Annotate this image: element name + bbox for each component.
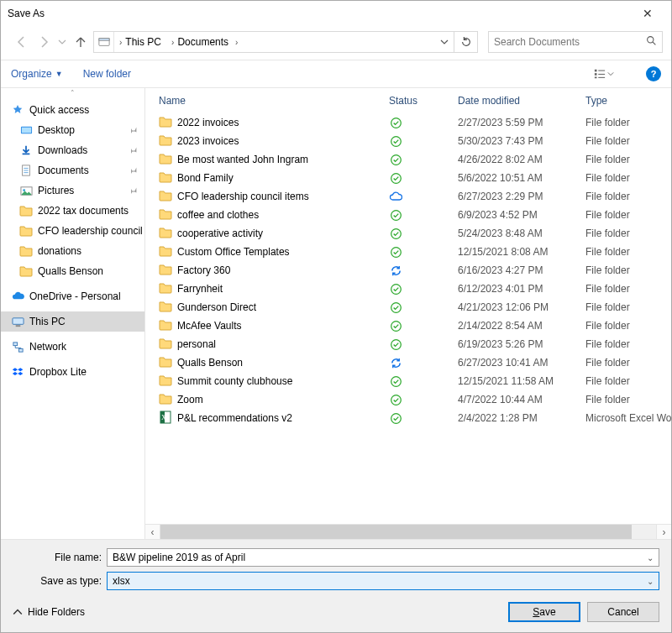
up-button[interactable] xyxy=(71,33,90,51)
folder-icon xyxy=(159,226,172,242)
breadcrumb-segment[interactable]: › This PC xyxy=(114,32,166,52)
file-type: File folder xyxy=(585,246,671,258)
status-icon xyxy=(389,264,402,277)
cancel-button[interactable]: Cancel xyxy=(587,602,659,622)
help-button[interactable]: ? xyxy=(646,66,661,81)
scroll-right-icon[interactable]: › xyxy=(656,525,671,539)
col-status[interactable]: Status xyxy=(389,95,458,107)
svg-rect-19 xyxy=(12,317,23,324)
sidebar-item[interactable]: Pictures xyxy=(1,180,144,201)
excel-icon: X xyxy=(159,411,172,426)
file-type: File folder xyxy=(585,301,671,313)
file-row[interactable]: Bond Family5/6/2022 10:51 AMFile folder xyxy=(145,169,671,187)
sidebar-network[interactable]: Network xyxy=(1,337,144,357)
star-icon xyxy=(11,103,24,117)
folder-icon xyxy=(159,281,172,297)
back-button[interactable] xyxy=(13,33,31,51)
file-type: File folder xyxy=(585,320,671,332)
status-icon xyxy=(389,116,402,129)
refresh-button[interactable] xyxy=(454,31,478,53)
file-row[interactable]: Factory 3606/16/2023 4:27 PMFile folder xyxy=(145,261,671,280)
status-icon xyxy=(389,374,402,388)
col-name[interactable]: Name xyxy=(159,95,389,107)
save-button[interactable]: Save xyxy=(508,602,580,622)
sidebar-item-label: Downloads xyxy=(38,144,87,156)
sidebar-item[interactable]: Qualls Benson xyxy=(1,261,144,281)
cancel-label: Cancel xyxy=(607,606,638,618)
folder-icon xyxy=(159,337,172,353)
file-row[interactable]: CFO leadership council items6/27/2023 2:… xyxy=(145,187,671,206)
file-type: File folder xyxy=(585,338,671,350)
file-type: File folder xyxy=(585,135,671,147)
chevron-down-icon: ▼ xyxy=(55,70,63,78)
organize-button[interactable]: Organize ▼ xyxy=(11,68,63,80)
save-as-type-select[interactable]: xlsx ⌄ xyxy=(107,572,659,590)
file-row[interactable]: Be most wanted John Ingram4/26/2022 8:02… xyxy=(145,150,671,169)
folder-icon xyxy=(159,133,172,149)
sidebar-quick-access[interactable]: Quick access xyxy=(1,100,144,120)
pin-icon xyxy=(129,145,138,156)
file-row[interactable]: XP&L recommendations v22/4/2022 1:28 PMM… xyxy=(145,409,671,427)
svg-rect-4 xyxy=(595,70,597,72)
file-row[interactable]: 2023 invoices5/30/2023 7:43 PMFile folde… xyxy=(145,132,671,150)
address-bar[interactable]: › This PC › Documents › xyxy=(93,31,454,53)
chevron-down-icon[interactable]: ⌄ xyxy=(647,577,654,586)
hide-folders-button[interactable]: Hide Folders xyxy=(13,606,85,618)
sidebar-item-icon xyxy=(19,123,33,137)
filename-input[interactable]: B&W pipeline 2019 as of April ⌄ xyxy=(107,548,659,567)
sidebar-this-pc[interactable]: This PC xyxy=(1,311,144,332)
status-icon xyxy=(389,411,402,425)
search-input[interactable]: Search Documents xyxy=(488,31,663,53)
sidebar-item-label: This PC xyxy=(29,316,66,327)
file-row[interactable]: 2022 invoices2/27/2023 5:59 PMFile folde… xyxy=(145,113,671,132)
sidebar-item[interactable]: donations xyxy=(1,241,144,261)
recent-locations-button[interactable] xyxy=(56,33,68,51)
sidebar-item[interactable]: 2022 tax documents xyxy=(1,201,144,221)
file-row[interactable]: McAfee Vaults2/14/2022 8:54 AMFile folde… xyxy=(145,316,671,335)
status-icon xyxy=(389,301,402,314)
file-row[interactable]: Qualls Benson6/27/2023 10:41 AMFile fold… xyxy=(145,353,671,372)
svg-line-3 xyxy=(653,42,655,44)
scroll-thumb[interactable] xyxy=(160,525,632,539)
col-type[interactable]: Type xyxy=(585,95,671,107)
svg-rect-12 xyxy=(23,154,30,155)
col-date[interactable]: Date modified xyxy=(458,95,585,107)
filename-label: File name: xyxy=(13,552,107,563)
network-icon xyxy=(11,340,24,353)
sidebar-item[interactable]: CFO leadership council items xyxy=(1,221,144,241)
file-row[interactable]: Custom Office Templates12/15/2021 8:08 A… xyxy=(145,243,671,261)
save-as-type-label: Save as type: xyxy=(13,575,107,587)
sidebar-item[interactable]: Downloads xyxy=(1,140,144,160)
chevron-down-icon[interactable]: ⌄ xyxy=(647,553,654,562)
chevron-up-icon[interactable]: ˄ xyxy=(1,88,144,98)
close-button[interactable]: ✕ xyxy=(631,7,664,20)
file-row[interactable]: personal6/19/2023 5:26 PMFile folder xyxy=(145,335,671,353)
sidebar-item-icon xyxy=(19,144,33,157)
breadcrumb-segment[interactable]: › Documents xyxy=(166,32,234,52)
scroll-left-icon[interactable]: ‹ xyxy=(145,525,160,539)
new-folder-button[interactable]: New folder xyxy=(83,68,131,80)
status-icon xyxy=(389,319,402,332)
file-date: 6/27/2023 2:29 PM xyxy=(458,191,585,202)
sidebar-onedrive[interactable]: OneDrive - Personal xyxy=(1,286,144,306)
file-row[interactable]: Summit county clubhouse12/15/2021 11:58 … xyxy=(145,372,671,390)
breadcrumb-tail[interactable]: › xyxy=(234,32,243,52)
sidebar-item[interactable]: Desktop xyxy=(1,120,144,140)
file-name: Gunderson Direct xyxy=(177,301,256,313)
file-row[interactable]: Farrynheit6/12/2023 4:01 PMFile folder xyxy=(145,280,671,298)
address-dropdown[interactable] xyxy=(435,38,454,46)
scroll-track[interactable] xyxy=(160,525,656,539)
file-row[interactable]: Zoom4/7/2022 10:44 AMFile folder xyxy=(145,390,671,409)
view-options-button[interactable] xyxy=(591,65,617,83)
file-row[interactable]: Gunderson Direct4/21/2023 12:06 PMFile f… xyxy=(145,298,671,316)
file-name: cooperative activity xyxy=(177,228,263,239)
status-icon xyxy=(389,337,402,351)
horizontal-scrollbar[interactable]: ‹ › xyxy=(145,524,671,539)
sidebar-item[interactable]: Documents xyxy=(1,160,144,180)
file-row[interactable]: coffee and clothes6/9/2023 4:52 PMFile f… xyxy=(145,206,671,224)
breadcrumb-label: This PC xyxy=(125,36,161,48)
file-row[interactable]: cooperative activity5/24/2023 8:48 AMFil… xyxy=(145,224,671,243)
sidebar-dropbox[interactable]: Dropbox Lite xyxy=(1,362,144,382)
file-type: File folder xyxy=(585,117,671,128)
forward-button[interactable] xyxy=(34,33,53,51)
